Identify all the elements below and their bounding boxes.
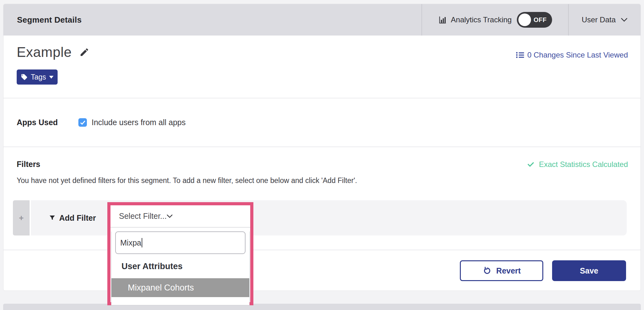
save-button-label: Save bbox=[580, 266, 598, 275]
tags-button-label: Tags bbox=[31, 73, 46, 81]
user-data-dropdown[interactable]: User Data bbox=[568, 4, 641, 36]
filter-search-input[interactable]: Mixpa bbox=[115, 231, 246, 254]
caret-down-icon bbox=[49, 76, 54, 79]
filters-description: You have not yet defined filters for thi… bbox=[3, 169, 641, 185]
filter-select-control[interactable]: Select Filter... bbox=[110, 205, 250, 228]
chevron-down-icon bbox=[621, 18, 628, 22]
include-all-apps-label: Include users from all apps bbox=[92, 118, 186, 127]
filters-section: Filters Exact Statistics Calculated You … bbox=[3, 147, 641, 250]
chevron-down-icon bbox=[167, 214, 173, 218]
apps-used-label: Apps Used bbox=[17, 118, 78, 127]
add-filter-label: Add Filter bbox=[59, 213, 96, 223]
text-cursor bbox=[142, 238, 142, 247]
bar-chart-icon bbox=[438, 15, 447, 24]
segment-details-page: Segment Details Analytics Tracking bbox=[0, 0, 644, 310]
filters-heading: Filters bbox=[17, 160, 40, 169]
undo-icon bbox=[483, 266, 491, 275]
filter-search-value: Mixpa bbox=[120, 238, 141, 247]
user-data-label: User Data bbox=[582, 15, 616, 24]
add-filter-plus-button[interactable]: + bbox=[13, 200, 30, 235]
filters-head-row: Filters Exact Statistics Calculated bbox=[3, 147, 641, 169]
edit-pencil-icon[interactable] bbox=[79, 47, 89, 57]
add-filter-row: + Add Filter bbox=[13, 200, 627, 235]
filter-select-menu: Mixpa User Attributes Mixpanel Cohorts bbox=[111, 231, 250, 305]
save-button[interactable]: Save bbox=[552, 260, 626, 281]
checkmark-icon bbox=[80, 119, 85, 125]
actions-bar: Revert Save bbox=[3, 250, 641, 291]
segment-details-card: Segment Details Analytics Tracking bbox=[3, 4, 641, 291]
segment-name-section: Example 0 Changes Since Last Viewed bbox=[3, 36, 641, 98]
analytics-tracking-section: Analytics Tracking OFF bbox=[421, 4, 568, 36]
analytics-tracking-label: Analytics Tracking bbox=[451, 15, 511, 24]
changes-since-last-viewed-link[interactable]: 0 Changes Since Last Viewed bbox=[516, 51, 628, 59]
check-icon bbox=[528, 161, 535, 168]
plus-icon: + bbox=[19, 213, 24, 223]
toggle-knob bbox=[518, 14, 531, 26]
segment-name: Example bbox=[17, 44, 72, 60]
filter-select-dropdown-highlight: Select Filter... Mixpa User Attributes M… bbox=[107, 202, 253, 305]
filters-status: Exact Statistics Calculated bbox=[528, 160, 628, 169]
card-header: Segment Details Analytics Tracking bbox=[3, 4, 641, 36]
analytics-tracking-label-wrap: Analytics Tracking bbox=[438, 15, 511, 24]
filter-group-header: User Attributes bbox=[111, 262, 249, 271]
revert-button[interactable]: Revert bbox=[460, 260, 543, 281]
page-title-wrap: Segment Details bbox=[3, 4, 421, 36]
add-filter-label-wrap: Add Filter bbox=[49, 213, 96, 223]
change-list-icon bbox=[516, 52, 524, 58]
filters-status-text: Exact Statistics Calculated bbox=[539, 160, 628, 169]
toggle-state-label: OFF bbox=[534, 16, 547, 24]
filter-funnel-icon bbox=[49, 215, 55, 221]
page-title: Segment Details bbox=[17, 15, 82, 25]
changes-link-text: 0 Changes Since Last Viewed bbox=[527, 51, 628, 59]
analytics-tracking-toggle[interactable]: OFF bbox=[517, 12, 552, 28]
apps-used-section: Apps Used Include users from all apps bbox=[3, 98, 641, 147]
filter-option-mixpanel-cohorts[interactable]: Mixpanel Cohorts bbox=[111, 278, 249, 297]
tags-button[interactable]: Tags bbox=[17, 69, 58, 85]
tag-icon bbox=[21, 74, 28, 80]
filter-select-value: Select Filter... bbox=[119, 212, 167, 221]
next-card-header-band bbox=[3, 304, 641, 310]
include-all-apps-checkbox[interactable] bbox=[78, 118, 87, 127]
revert-button-label: Revert bbox=[496, 266, 521, 275]
